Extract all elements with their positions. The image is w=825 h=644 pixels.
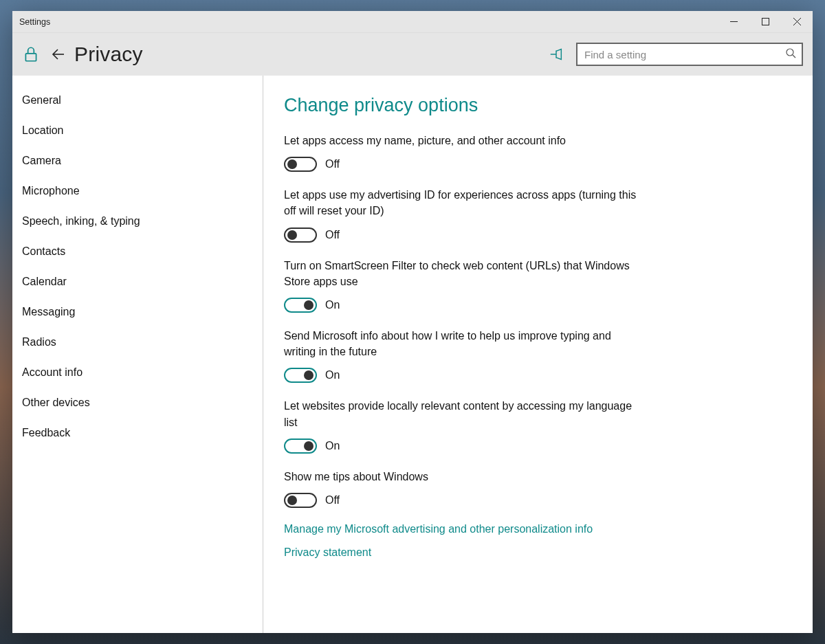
settings-window: Settings Privacy xyxy=(12,11,813,633)
sidebar-item-label: Other devices xyxy=(22,397,90,408)
sidebar-item-camera[interactable]: Camera xyxy=(12,146,263,176)
link-privacy-statement[interactable]: Privacy statement xyxy=(284,546,641,559)
sidebar-item-label: General xyxy=(22,94,61,106)
search-input[interactable] xyxy=(584,49,785,60)
svg-line-7 xyxy=(793,55,795,58)
main-heading: Change privacy options xyxy=(284,95,792,116)
setting-windows-tips: Show me tips about Windows Off xyxy=(284,469,641,508)
sidebar-item-contacts[interactable]: Contacts xyxy=(12,236,263,267)
setting-label: Send Microsoft info about how I write to… xyxy=(284,328,641,359)
setting-writing-info: Send Microsoft info about how I write to… xyxy=(284,328,641,383)
sidebar-item-radios[interactable]: Radios xyxy=(12,327,263,357)
sidebar-item-label: Contacts xyxy=(22,245,65,257)
lock-icon xyxy=(22,45,40,63)
header: Privacy xyxy=(12,33,813,76)
sidebar-item-label: Microphone xyxy=(22,185,80,197)
svg-rect-4 xyxy=(25,54,36,61)
setting-smartscreen: Turn on SmartScreen Filter to check web … xyxy=(284,258,641,313)
sidebar: General Location Camera Microphone Speec… xyxy=(12,76,263,633)
close-button[interactable] xyxy=(781,11,813,32)
sidebar-item-location[interactable]: Location xyxy=(12,115,263,146)
toggle-account-info[interactable] xyxy=(284,157,317,172)
toggle-state: Off xyxy=(325,229,340,241)
toggle-state: Off xyxy=(325,494,340,507)
sidebar-item-calendar[interactable]: Calendar xyxy=(12,267,263,297)
page-title: Privacy xyxy=(74,43,143,66)
link-manage-advertising[interactable]: Manage my Microsoft advertising and othe… xyxy=(284,523,641,535)
titlebar: Settings xyxy=(12,11,813,33)
setting-label: Show me tips about Windows xyxy=(284,469,641,485)
toggle-smartscreen[interactable] xyxy=(284,298,317,313)
toggle-state: Off xyxy=(325,158,340,170)
sidebar-item-label: Account info xyxy=(22,366,82,378)
link-label: Manage my Microsoft advertising and othe… xyxy=(284,523,593,535)
sidebar-item-label: Camera xyxy=(22,155,61,166)
setting-label: Let apps use my advertising ID for exper… xyxy=(284,187,641,219)
toggle-advertising-id[interactable] xyxy=(284,227,317,243)
setting-label: Let websites provide locally relevant co… xyxy=(284,398,641,430)
sidebar-item-other-devices[interactable]: Other devices xyxy=(12,388,263,418)
sidebar-item-messaging[interactable]: Messaging xyxy=(12,297,263,327)
svg-point-6 xyxy=(786,49,793,56)
sidebar-item-label: Radios xyxy=(22,336,56,348)
search-icon xyxy=(785,47,796,61)
main-content: Change privacy options Let apps access m… xyxy=(263,76,813,633)
sidebar-item-label: Speech, inking, & typing xyxy=(22,215,140,227)
search-box[interactable] xyxy=(576,43,803,66)
window-controls xyxy=(718,11,813,32)
setting-account-info: Let apps access my name, picture, and ot… xyxy=(284,133,641,172)
setting-language-list: Let websites provide locally relevant co… xyxy=(284,398,641,453)
pin-icon[interactable] xyxy=(549,47,564,62)
setting-label: Turn on SmartScreen Filter to check web … xyxy=(284,258,641,289)
body: General Location Camera Microphone Speec… xyxy=(12,76,813,633)
toggle-state: On xyxy=(325,440,340,452)
sidebar-item-microphone[interactable]: Microphone xyxy=(12,176,263,206)
setting-label: Let apps access my name, picture, and ot… xyxy=(284,133,641,148)
toggle-state: On xyxy=(325,299,340,311)
back-button[interactable] xyxy=(50,45,67,63)
sidebar-item-general[interactable]: General xyxy=(12,85,263,115)
maximize-button[interactable] xyxy=(749,11,781,32)
setting-advertising-id: Let apps use my advertising ID for exper… xyxy=(284,187,641,242)
window-title: Settings xyxy=(19,17,718,27)
svg-rect-1 xyxy=(762,19,769,25)
toggle-state: On xyxy=(325,369,340,381)
link-label: Privacy statement xyxy=(284,546,371,558)
toggle-language-list[interactable] xyxy=(284,438,317,454)
toggle-windows-tips[interactable] xyxy=(284,493,317,508)
sidebar-item-account[interactable]: Account info xyxy=(12,357,263,388)
sidebar-item-speech[interactable]: Speech, inking, & typing xyxy=(12,206,263,236)
toggle-writing-info[interactable] xyxy=(284,368,317,383)
sidebar-item-label: Messaging xyxy=(22,306,75,318)
sidebar-item-feedback[interactable]: Feedback xyxy=(12,418,263,448)
sidebar-item-label: Feedback xyxy=(22,427,70,438)
sidebar-item-label: Location xyxy=(22,124,64,136)
sidebar-item-label: Calendar xyxy=(22,276,67,287)
minimize-button[interactable] xyxy=(718,11,749,32)
